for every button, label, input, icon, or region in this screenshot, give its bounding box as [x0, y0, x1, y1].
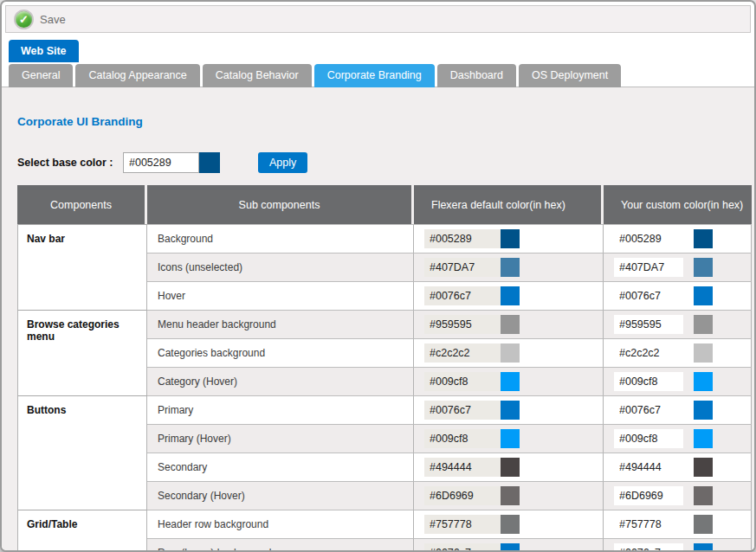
flexera-default-hex-input — [424, 258, 501, 277]
flexera-default-hex-input — [424, 401, 501, 420]
sub-component-cell: Secondary (Hover) — [147, 481, 414, 510]
tab-dashboard[interactable]: Dashboard — [437, 64, 516, 87]
sub-component-cell: Hover — [147, 281, 414, 310]
tab-web-site[interactable]: Web Site — [9, 40, 79, 62]
custom-color-swatch[interactable] — [694, 401, 713, 420]
base-color-input[interactable] — [123, 152, 199, 173]
branding-table: Components Sub components Flexera defaul… — [17, 185, 752, 552]
custom-color-swatch[interactable] — [694, 286, 713, 305]
flexera-default-color-swatch — [501, 401, 520, 420]
custom-hex-input[interactable] — [614, 429, 683, 448]
custom-color-swatch[interactable] — [694, 229, 713, 248]
sub-component-cell: Icons (unselected) — [147, 253, 414, 281]
component-cell: Nav bar — [17, 224, 147, 310]
flexera-default-color-swatch — [501, 458, 520, 477]
tab-general[interactable]: General — [9, 64, 73, 87]
custom-hex-input[interactable] — [614, 315, 683, 334]
sub-component-cell: Menu header background — [147, 310, 414, 338]
custom-color-swatch[interactable] — [694, 486, 713, 505]
flexera-default-color-swatch — [501, 372, 520, 391]
flexera-default-color-swatch — [501, 343, 520, 363]
custom-hex-input[interactable] — [614, 543, 683, 552]
component-cell: Buttons — [17, 395, 147, 510]
custom-hex-input[interactable] — [614, 486, 683, 505]
corporate-branding-panel: Corporate UI Branding Select base color … — [2, 87, 754, 552]
header-components: Components — [17, 185, 147, 224]
custom-hex-input[interactable] — [614, 372, 683, 391]
base-color-swatch[interactable] — [199, 152, 220, 173]
flexera-default-hex-input — [424, 543, 501, 552]
flexera-default-hex-input — [424, 458, 501, 477]
header-sub-components: Sub components — [147, 185, 414, 224]
settings-window: ✓ Save Web Site General Catalog Appearan… — [0, 0, 756, 552]
component-cell: Grid/Table — [17, 510, 147, 552]
flexera-default-color-swatch — [501, 486, 520, 505]
custom-color-swatch[interactable] — [694, 458, 713, 477]
table-row: Grid/TableHeader row background — [17, 510, 752, 538]
sub-component-cell: Row (hover) background — [147, 538, 414, 552]
custom-color-swatch[interactable] — [694, 258, 713, 277]
custom-hex-input[interactable] — [614, 258, 683, 277]
component-cell: Browse categories menu — [17, 310, 147, 395]
table-row: Nav barBackground — [17, 224, 752, 253]
header-flexera-default: Flexera default color(in hex) — [414, 185, 604, 224]
table-row: ButtonsPrimary — [17, 395, 752, 424]
apply-button[interactable]: Apply — [258, 152, 307, 173]
custom-hex-input[interactable] — [614, 286, 683, 305]
base-color-row: Select base color : Apply — [17, 152, 754, 173]
base-color-label: Select base color : — [17, 157, 123, 169]
custom-hex-input[interactable] — [614, 343, 683, 363]
flexera-default-hex-input — [424, 229, 501, 248]
custom-color-swatch[interactable] — [694, 543, 713, 552]
flexera-default-hex-input — [424, 515, 501, 534]
sub-component-cell: Primary — [147, 395, 414, 424]
table-row: Browse categories menuMenu header backgr… — [17, 310, 752, 338]
flexera-default-hex-input — [424, 343, 501, 363]
page-title: Corporate UI Branding — [17, 115, 754, 128]
flexera-default-color-swatch — [501, 258, 520, 277]
toolbar: ✓ Save — [5, 5, 751, 33]
flexera-default-hex-input — [424, 429, 501, 448]
custom-color-swatch[interactable] — [694, 343, 713, 363]
custom-hex-input[interactable] — [614, 458, 683, 477]
sub-component-cell: Header row background — [147, 510, 414, 538]
save-button[interactable]: ✓ Save — [14, 10, 66, 29]
tab-catalog-appearance[interactable]: Catalog Appearance — [75, 64, 199, 87]
sub-component-cell: Category (Hover) — [147, 367, 414, 395]
custom-color-swatch[interactable] — [694, 429, 713, 448]
custom-hex-input[interactable] — [614, 229, 683, 248]
header-your-custom: Your custom color(in hex) — [604, 185, 752, 224]
tab-os-deployment[interactable]: OS Deployment — [519, 64, 621, 87]
flexera-default-hex-input — [424, 315, 501, 334]
tab-strip: General Catalog Appearance Catalog Behav… — [2, 62, 754, 87]
flexera-default-color-swatch — [501, 229, 520, 248]
sub-component-cell: Background — [147, 224, 414, 253]
sub-component-cell: Secondary — [147, 453, 414, 481]
custom-hex-input[interactable] — [614, 515, 683, 534]
check-circle-icon: ✓ — [14, 10, 34, 29]
custom-color-swatch[interactable] — [694, 315, 713, 334]
save-button-label: Save — [40, 13, 66, 26]
custom-color-swatch[interactable] — [694, 515, 713, 534]
flexera-default-color-swatch — [501, 286, 520, 305]
flexera-default-color-swatch — [501, 315, 520, 334]
table-header-row: Components Sub components Flexera defaul… — [17, 185, 752, 224]
flexera-default-color-swatch — [501, 429, 520, 448]
custom-hex-input[interactable] — [614, 401, 683, 420]
flexera-default-color-swatch — [501, 515, 520, 534]
custom-color-swatch[interactable] — [694, 372, 713, 391]
flexera-default-hex-input — [424, 486, 501, 505]
flexera-default-hex-input — [424, 372, 501, 391]
flexera-default-color-swatch — [501, 543, 520, 552]
sub-component-cell: Categories background — [147, 338, 414, 367]
tab-corporate-branding[interactable]: Corporate Branding — [314, 64, 435, 87]
sub-component-cell: Primary (Hover) — [147, 424, 414, 453]
flexera-default-hex-input — [424, 286, 501, 305]
tab-catalog-behavior[interactable]: Catalog Behavior — [203, 64, 312, 87]
site-tab-row: Web Site — [2, 33, 754, 62]
